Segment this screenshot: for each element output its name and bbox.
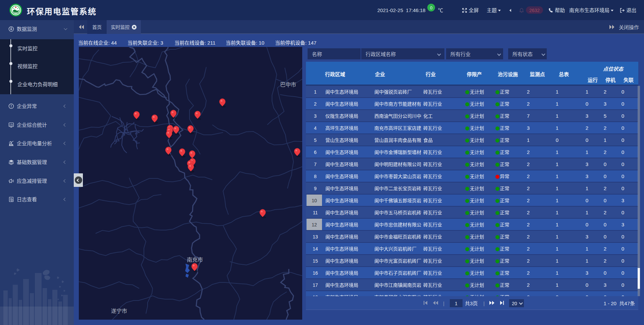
svg-text:巴中市: 巴中市 — [280, 80, 296, 88]
svg-text:南充市: 南充市 — [187, 255, 203, 263]
svg-text:遂宁市: 遂宁市 — [111, 307, 127, 315]
